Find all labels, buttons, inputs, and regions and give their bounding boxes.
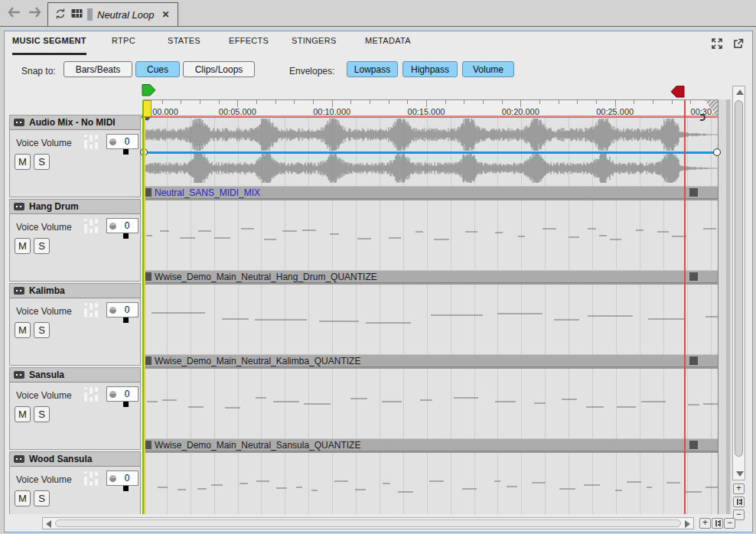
ruler-tick	[577, 100, 578, 104]
document-tab[interactable]: Neutral Loop ✕	[47, 2, 178, 26]
snap-to-label: Snap to:	[21, 66, 56, 77]
scroll-right-icon[interactable]	[685, 520, 690, 528]
filter-envelope-line[interactable]	[143, 116, 718, 117]
volume-slider-marker[interactable]	[123, 402, 129, 407]
vertical-zoom-in-button[interactable]: +	[733, 484, 745, 494]
voice-volume-input[interactable]: 0	[106, 218, 138, 233]
clip-handle-left[interactable]	[145, 441, 152, 449]
mute-button[interactable]: M	[15, 490, 31, 506]
nav-forward-icon[interactable]	[26, 5, 43, 19]
track-lane[interactable]: Wwise_Demo_Main_Neutral_Sansula_QUANTIZE	[143, 369, 718, 453]
track-title-bar[interactable]: Wood Sansula	[10, 452, 140, 467]
highpass-button[interactable]: Highpass	[402, 61, 458, 77]
zoom-fit-icon	[715, 520, 721, 526]
horizontal-zoom-out-button[interactable]: −	[724, 518, 735, 529]
voice-volume-input[interactable]: 0	[106, 386, 138, 402]
track-lanes: Neutral_SANS_MIDI_MIX Wwise_Demo_Main_Ne…	[143, 118, 718, 514]
track-header[interactable]: Sansula Voice Volume 0 M S	[9, 367, 141, 450]
clip-bar[interactable]: Neutral_SANS_MIDI_MIX	[143, 186, 718, 199]
track-header[interactable]: Wood Sansula Voice Volume 0 M S	[9, 451, 141, 514]
entry-cue-flag-icon[interactable]	[142, 84, 156, 99]
mute-button[interactable]: M	[15, 406, 31, 422]
track-lane[interactable]: Wwise_Demo_Main_Neutral_Hang_Drum_QUANTI…	[143, 200, 718, 285]
clip-handle-right[interactable]	[689, 188, 698, 197]
vertical-zoom-fit-button[interactable]	[733, 497, 745, 507]
scroll-up-icon[interactable]	[736, 90, 744, 95]
clip-bar[interactable]: Wwise_Demo_Main_Neutral_Kalimba_QUANTIZE	[143, 354, 718, 367]
track-lane[interactable]: Wwise_Demo_Main_Neutral_Kalimba_QUANTIZE	[143, 285, 718, 369]
volume-slider-marker[interactable]	[123, 149, 129, 155]
exit-cue-flag-icon[interactable]	[670, 86, 685, 100]
track-title-bar[interactable]: Hang Drum	[10, 200, 140, 214]
volume-slider-marker[interactable]	[123, 486, 129, 491]
clip-name: Neutral_SANS_MIDI_MIX	[155, 187, 260, 198]
nav-back-icon[interactable]	[6, 5, 23, 19]
track-header[interactable]: Kalimba Voice Volume 0 M S	[9, 283, 141, 366]
cues-button[interactable]: Cues	[135, 61, 180, 77]
entry-cue-marker[interactable]	[143, 100, 152, 117]
solo-button[interactable]: S	[34, 490, 50, 506]
track-title-bar[interactable]: Sansula	[10, 368, 140, 383]
horizontal-scroll-thumb[interactable]	[55, 519, 681, 527]
voice-volume-value: 0	[116, 389, 138, 399]
voice-volume-label: Voice Volume	[16, 222, 72, 233]
view-tab-effects[interactable]: EFFECTS	[229, 36, 269, 53]
clip-bar[interactable]: Wwise_Demo_Main_Neutral_Hang_Drum_QUANTI…	[143, 270, 718, 283]
ruler-tick	[237, 100, 238, 107]
track-header[interactable]: Audio Mix - No MIDI Voice Volume 0 M S	[9, 115, 141, 197]
mute-button[interactable]: M	[15, 238, 31, 254]
track-title-bar[interactable]: Kalimba	[10, 284, 140, 298]
volume-button[interactable]: Volume	[462, 61, 514, 77]
clip-handle-right[interactable]	[689, 272, 698, 281]
voice-volume-input[interactable]: 0	[106, 302, 138, 317]
ruler-tick	[596, 100, 597, 104]
maximize-icon[interactable]	[711, 37, 723, 50]
close-icon[interactable]: ✕	[161, 9, 169, 20]
clip-handle-right[interactable]	[689, 441, 698, 449]
clip-handle-left[interactable]	[145, 188, 152, 197]
horizontal-scrollbar[interactable]	[42, 517, 694, 529]
ruler-tick	[370, 100, 370, 104]
bars-beats-button[interactable]: Bars/Beats	[64, 61, 132, 77]
music-segment-panel: MUSIC SEGMENTRTPCSTATESEFFECTSSTINGERSME…	[4, 31, 753, 532]
view-tab-rtpc[interactable]: RTPC	[112, 36, 135, 53]
volume-envelope-line[interactable]	[143, 151, 718, 154]
ruler-tick	[389, 100, 389, 104]
clip-bar[interactable]: Wwise_Demo_Main_Neutral_Sansula_QUANTIZE	[143, 438, 718, 451]
scroll-down-icon[interactable]	[736, 471, 744, 477]
clip-handle-left[interactable]	[145, 272, 152, 281]
solo-button[interactable]: S	[34, 154, 50, 170]
track-header[interactable]: Hang Drum Voice Volume 0 M S	[9, 199, 141, 282]
view-tab-metadata[interactable]: METADATA	[365, 36, 411, 53]
solo-button[interactable]: S	[34, 238, 50, 254]
track-icon	[14, 287, 24, 295]
solo-button[interactable]: S	[34, 406, 50, 422]
volume-slider-marker[interactable]	[123, 233, 129, 239]
volume-slider-marker[interactable]	[123, 317, 129, 323]
solo-button[interactable]: S	[34, 322, 50, 338]
track-lane[interactable]	[143, 453, 718, 514]
view-tab-music-segment[interactable]: MUSIC SEGMENT	[12, 36, 86, 55]
horizontal-zoom-in-button[interactable]: +	[699, 518, 711, 529]
knob-icon	[109, 391, 116, 398]
clips-loops-button[interactable]: Clips/Loops	[183, 61, 255, 77]
horizontal-zoom-fit-button[interactable]	[712, 518, 723, 529]
vertical-scrollbar[interactable]	[732, 86, 745, 480]
vertical-scroll-thumb[interactable]	[735, 100, 743, 457]
clip-handle-right[interactable]	[689, 357, 698, 365]
open-in-new-window-icon[interactable]	[732, 37, 745, 50]
clip-name: Wwise_Demo_Main_Neutral_Kalimba_QUANTIZE	[155, 356, 360, 366]
mute-button[interactable]: M	[15, 322, 31, 338]
lowpass-button[interactable]: Lowpass	[347, 61, 398, 77]
voice-volume-input[interactable]: 0	[106, 134, 138, 149]
clip-handle-left[interactable]	[145, 357, 152, 365]
track-lane[interactable]: Neutral_SANS_MIDI_MIX	[143, 118, 718, 200]
ruler-tick	[275, 100, 276, 104]
scroll-left-icon[interactable]	[46, 520, 51, 528]
mute-button[interactable]: M	[15, 154, 31, 170]
view-tab-stingers[interactable]: STINGERS	[292, 36, 337, 53]
view-tab-states[interactable]: STATES	[168, 36, 200, 53]
track-title-bar[interactable]: Audio Mix - No MIDI	[10, 116, 140, 130]
voice-volume-input[interactable]: 0	[106, 471, 138, 486]
envelope-point[interactable]	[713, 148, 721, 156]
